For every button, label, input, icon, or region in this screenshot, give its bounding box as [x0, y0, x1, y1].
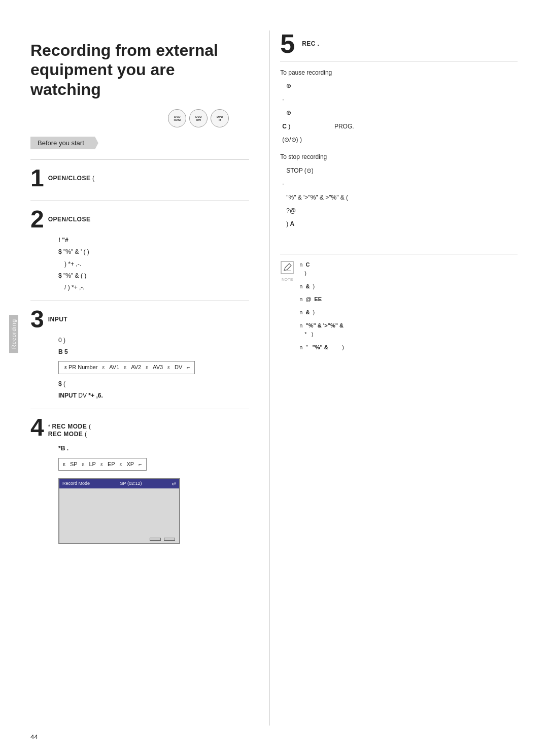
- note-line5: n & ): [299, 308, 344, 317]
- step-2-title-block: OPEN/CLOSE: [48, 207, 91, 223]
- note-label: NOTE: [280, 277, 294, 282]
- screen-mode-label: Record Mode: [62, 480, 90, 487]
- step-1-section: 1 OPEN/CLOSE (: [30, 159, 249, 201]
- step-4-header: 4 * REC MODE ( REC MODE (: [30, 415, 249, 440]
- step-1-number: 1: [30, 166, 44, 190]
- pause-line2: ⊕: [286, 108, 518, 118]
- sel-sep-ep-xp: ε: [120, 460, 122, 469]
- step-3-header: 3 INPUT: [30, 307, 249, 332]
- selector-item-av2: AV2: [129, 363, 143, 373]
- pencil-icon: [280, 260, 294, 275]
- step-3-title: INPUT: [48, 316, 68, 323]
- step-5-divider: [280, 61, 518, 61]
- page-title: Recording from external equipment you ar…: [30, 41, 249, 99]
- note-item-2: n & ): [299, 282, 344, 291]
- stop-heading: To stop recording: [280, 152, 518, 162]
- selector-item-av1: AV1: [108, 363, 121, 373]
- step-4-title-block: * REC MODE ( REC MODE (: [48, 415, 91, 438]
- step-2-sub: ! "#: [58, 236, 249, 245]
- note-section: NOTE n C ) n & ) n @ EE n & ): [280, 254, 518, 356]
- step-2-line1: $ "%" & ' ( ): [58, 247, 249, 257]
- step-5-section: 5 REC . To pause recording ⊕ · ⊕ C ) PRO…: [280, 30, 518, 239]
- pause-line1: ⊕: [286, 81, 518, 91]
- step-1-title-block: OPEN/CLOSE (: [48, 166, 94, 182]
- main-content: Recording from external equipment you ar…: [30, 30, 518, 726]
- selector-lp: LP: [88, 459, 97, 470]
- dvd-ram-icon: DVD RAM: [168, 109, 186, 127]
- stop-line4: ) A: [286, 219, 518, 229]
- note-item-3: n @ EE: [299, 295, 344, 304]
- selector-ep: EP: [106, 459, 117, 470]
- step-5-title-block: REC .: [302, 30, 319, 47]
- sel-sep-sp-lp: ε: [82, 460, 85, 469]
- screen-btn-1: [150, 538, 161, 541]
- step-3-content: 0 ) B 5 ε PR Number ε AV1 ε AV2 ε AV3 ε …: [58, 336, 249, 401]
- screen-bottom-bar: [59, 536, 179, 543]
- disc-icons-row: DVD RAM DVD RW DVD R: [30, 109, 229, 127]
- stop-line3: ?@: [286, 206, 518, 216]
- pause-dash: ·: [282, 94, 518, 105]
- before-start-banner: Before you start: [30, 137, 98, 149]
- side-tab-recording: Recording: [9, 315, 18, 353]
- stop-line1: STOP (⊙): [286, 166, 518, 176]
- selector-sep4: ε: [167, 363, 170, 372]
- step-5-dot: .: [318, 40, 320, 47]
- step-5-number: 5: [280, 30, 295, 57]
- step-2-content: ! "# $ "%" & ' ( ) ) *+ ,-. $ "%" & ( ) …: [58, 236, 249, 292]
- screen-btn-2: [164, 538, 175, 541]
- step-2-line2: ) *+ ,-.: [64, 259, 249, 269]
- step-3-selector: ε PR Number ε AV1 ε AV2 ε AV3 ε DV ⌐: [58, 361, 195, 374]
- screen-top-bar: Record Mode SP (02:12) ⇄: [59, 479, 179, 488]
- note-line3: n & ): [299, 282, 344, 291]
- step-4-section: 4 * REC MODE ( REC MODE ( *B . ε: [30, 409, 249, 555]
- selector-sep2: ε: [124, 363, 126, 372]
- note-line2: ): [304, 269, 344, 278]
- note-line1: n C: [299, 260, 344, 270]
- step-1-paren: (: [92, 175, 94, 182]
- selector-sep1: ε: [102, 363, 105, 372]
- step-2-header: 2 OPEN/CLOSE: [30, 207, 249, 232]
- dvd-rw-icon: DVD RW: [189, 109, 208, 127]
- screen-body: [59, 488, 179, 543]
- step-2-line3: $ "%" & ( ): [58, 271, 249, 281]
- step-4-arrow-left: ε: [63, 460, 65, 469]
- note-icon: NOTE: [280, 260, 294, 275]
- note-content-block: n C ) n & ) n @ EE n & ) n "%" & '>"%" &: [299, 260, 344, 356]
- step-4-title2: REC MODE: [48, 431, 83, 438]
- selector-xp: XP: [125, 459, 135, 470]
- note-item-6: n " "%" & ): [299, 343, 344, 352]
- step-4-title1: REC MODE: [52, 423, 87, 430]
- pause-heading: To pause recording: [280, 68, 518, 78]
- step-2-line4: / ) *+ ,-.: [64, 283, 249, 292]
- selector-item-dv: DV: [173, 363, 184, 373]
- page-container: Recording Recording from external equipm…: [0, 0, 548, 756]
- note-item-1: n C ): [299, 260, 344, 278]
- selector-arrow: ⌐: [187, 363, 190, 372]
- screen-arrows: ⇄: [172, 480, 176, 487]
- page-number: 44: [30, 733, 38, 741]
- dvd-r-icon: DVD R: [211, 109, 229, 127]
- stop-dash: ·: [282, 179, 518, 189]
- step-3-line2: B 5: [58, 347, 249, 357]
- svg-rect-0: [281, 261, 293, 274]
- step-1-title: OPEN/CLOSE: [48, 175, 91, 182]
- note-line6: n "%" & '>"%" &: [299, 321, 344, 331]
- note-item-5: n "%" & '>"%" & * ): [299, 321, 344, 339]
- step-4-star: *: [48, 423, 50, 430]
- step-4-subtitle: *B .: [58, 444, 249, 453]
- left-column: Recording from external equipment you ar…: [30, 30, 269, 726]
- screen-mockup: Record Mode SP (02:12) ⇄: [58, 478, 180, 544]
- pause-line3: C ) PROG.: [282, 121, 518, 132]
- selector-sep3: ε: [146, 363, 148, 372]
- right-column: 5 REC . To pause recording ⊕ · ⊕ C ) PRO…: [269, 30, 518, 726]
- step-5-header: 5 REC .: [280, 30, 518, 57]
- note-line6b: * ): [304, 330, 344, 339]
- note-item-4: n & ): [299, 308, 344, 317]
- sel-sep-lp-ep: ε: [100, 460, 103, 469]
- note-line7: n " "%" & ): [299, 343, 344, 352]
- stop-line2: "%" & '>"%" & >"%" & (: [286, 192, 518, 203]
- selector-arrow-right: ⌐: [139, 460, 142, 469]
- step-4-paren2: (: [85, 431, 87, 438]
- step-5-title: REC: [302, 40, 316, 47]
- step-4-selector: ε SP ε LP ε EP ε XP ⌐: [58, 458, 147, 471]
